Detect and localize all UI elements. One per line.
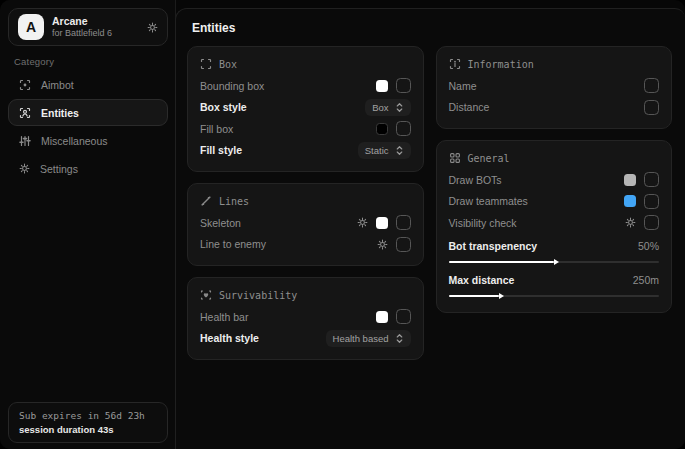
entity-scan-icon [19,107,31,119]
heart-scan-icon [200,289,212,301]
checkbox[interactable] [644,194,659,209]
setting-label: Fill style [200,144,242,156]
color-swatch[interactable] [376,80,388,92]
app-logo: A [18,14,44,40]
color-swatch[interactable] [376,123,388,135]
checkbox[interactable] [396,78,411,93]
setting-row: Fill box [200,118,411,140]
slider-fill [449,261,554,263]
general-card: General Draw BOTs Draw teammates [436,140,673,313]
corner-brackets-icon [200,58,212,70]
sidebar-nav: Aimbot Entities Miscellaneous Settings [8,71,168,182]
gear-icon[interactable] [625,217,636,228]
subscription-card: Sub expires in 56d 23h session duration … [8,402,168,443]
card-columns: Box Bounding box Box style [187,46,672,360]
slider-value: 50% [638,240,659,252]
left-column: Box Bounding box Box style [187,46,424,360]
setting-row: Fill style Static [200,140,411,162]
app-subtitle: for Battlefield 6 [52,28,112,39]
gear-icon [19,163,30,174]
setting-label: Draw BOTs [449,174,502,186]
max-distance-slider[interactable] [449,295,660,297]
health-style-select[interactable]: Health based [326,330,411,347]
setting-row: Health style Health based [200,328,411,350]
slider-value: 250m [633,274,659,286]
sidebar-item-label: Miscellaneous [41,135,108,147]
main-area: Entities Box Bounding box [175,0,685,449]
sidebar-item-label: Settings [40,163,78,175]
color-swatch[interactable] [376,311,388,323]
sidebar-item-label: Aimbot [41,79,74,91]
setting-label: Distance [449,101,490,113]
survivability-card-header: Survivability [200,289,411,301]
checkbox[interactable] [396,215,411,230]
chevron-updown-icon [395,145,404,156]
setting-label: Bot transpenency [449,240,538,252]
card-title: Survivability [219,290,297,301]
select-value: Health based [333,333,389,344]
info-scan-icon [449,58,461,70]
information-card: Information Name Distance [436,46,673,129]
box-style-select[interactable]: Box [365,99,410,116]
checkbox[interactable] [644,172,659,187]
diagonal-line-icon [200,195,212,207]
sidebar-item-miscellaneous[interactable]: Miscellaneous [8,127,168,154]
box-card-header: Box [200,58,411,70]
color-swatch[interactable] [624,174,636,186]
slider-fill [449,295,500,297]
app-header-card: A Arcane for Battlefield 6 [8,8,168,46]
setting-label: Box style [200,101,247,113]
setting-label: Name [449,80,477,92]
card-title: General [468,153,510,164]
lines-card-header: Lines [200,195,411,207]
app-name: Arcane [52,15,112,28]
setting-label: Draw teammates [449,195,528,207]
color-swatch[interactable] [376,217,388,229]
setting-label: Line to enemy [200,238,266,250]
card-title: Box [219,59,237,70]
checkbox[interactable] [644,100,659,115]
bot-transparency-slider[interactable] [449,261,660,263]
fill-style-select[interactable]: Static [358,142,411,159]
select-value: Static [365,145,389,156]
sidebar-item-entities[interactable]: Entities [8,99,168,126]
setting-row: Visibility check [449,212,660,234]
chevron-updown-icon [395,102,404,113]
checkbox[interactable] [644,215,659,230]
sidebar: A Arcane for Battlefield 6 Category Aimb… [0,0,176,449]
max-distance-slider-row: Max distance 250m [449,268,660,302]
setting-label: Visibility check [449,217,517,229]
chevron-updown-icon [395,333,404,344]
tune-sliders-icon [19,135,31,147]
setting-row: Health bar [200,306,411,328]
card-title: Information [468,59,534,70]
sub-expires-text: Sub expires in 56d 23h [19,410,157,421]
checkbox[interactable] [396,121,411,136]
gear-icon[interactable] [357,217,368,228]
color-swatch[interactable] [624,195,636,207]
app-window: A Arcane for Battlefield 6 Category Aimb… [0,0,685,449]
gear-icon[interactable] [147,22,158,33]
lines-card: Lines Skeleton Line to enemy [187,183,424,266]
sidebar-item-aimbot[interactable]: Aimbot [8,71,168,98]
gear-icon[interactable] [377,239,388,250]
setting-label: Bounding box [200,80,264,92]
general-card-header: General [449,152,660,164]
checkbox[interactable] [396,237,411,252]
page-title: Entities [192,21,235,35]
sidebar-item-label: Entities [41,107,79,119]
session-duration-text: session duration 43s [19,424,157,435]
setting-label: Health style [200,332,259,344]
checkbox[interactable] [644,78,659,93]
setting-label: Health bar [200,311,248,323]
slider-thumb[interactable] [554,259,559,265]
card-title: Lines [219,196,249,207]
box-card: Box Bounding box Box style [187,46,424,172]
setting-label: Skeleton [200,217,241,229]
sidebar-item-settings[interactable]: Settings [8,155,168,182]
information-card-header: Information [449,58,660,70]
setting-row: Draw teammates [449,191,660,213]
checkbox[interactable] [396,309,411,324]
category-label: Category [14,56,54,67]
slider-thumb[interactable] [499,293,504,299]
